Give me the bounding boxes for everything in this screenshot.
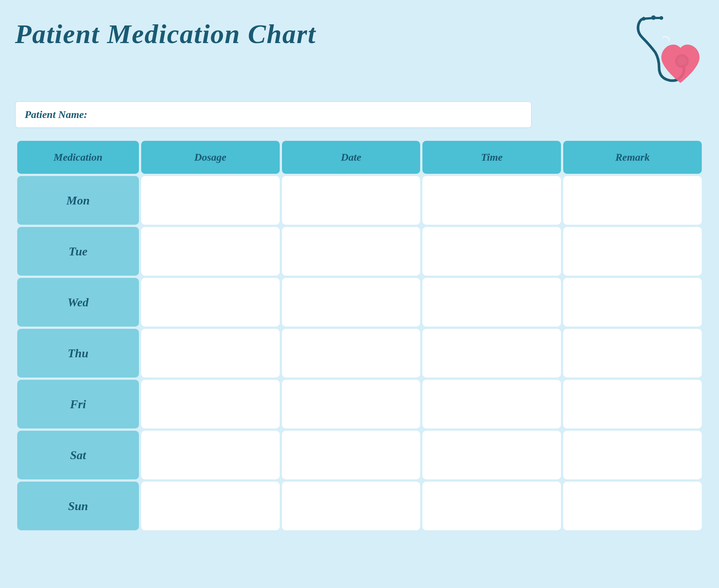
table-row: Sat (17, 431, 702, 479)
col-header-medication: Medication (17, 141, 139, 174)
col-header-date: Date (282, 141, 421, 174)
data-cell-wed-3[interactable] (563, 278, 702, 327)
table-row: Fri (17, 380, 702, 428)
data-cell-thu-3[interactable] (563, 329, 702, 378)
data-cell-tue-1[interactable] (282, 227, 421, 276)
data-cell-thu-0[interactable] (141, 329, 280, 378)
svg-point-4 (659, 16, 663, 20)
data-cell-tue-0[interactable] (141, 227, 280, 276)
patient-name-label: Patient Name: (25, 109, 87, 120)
day-cell-sun: Sun (17, 482, 139, 530)
data-cell-wed-2[interactable] (422, 278, 561, 327)
data-cell-sat-2[interactable] (422, 431, 561, 479)
data-cell-thu-2[interactable] (422, 329, 561, 378)
page-container: Patient Medication Chart (15, 15, 704, 533)
table-row: Sun (17, 482, 702, 530)
table-row: Thu (17, 329, 702, 378)
medication-table: Medication Dosage Date Time Remark MonTu… (15, 139, 704, 533)
data-cell-fri-0[interactable] (141, 380, 280, 428)
page-title: Patient Medication Chart (15, 15, 316, 50)
data-cell-fri-1[interactable] (282, 380, 421, 428)
col-header-time: Time (422, 141, 561, 174)
patient-name-field[interactable]: Patient Name: (15, 101, 532, 128)
data-cell-sat-1[interactable] (282, 431, 421, 479)
data-cell-sun-3[interactable] (563, 482, 702, 530)
data-cell-sat-0[interactable] (141, 431, 280, 479)
day-cell-sat: Sat (17, 431, 139, 479)
table-header-row: Medication Dosage Date Time Remark (17, 141, 702, 174)
data-cell-sun-0[interactable] (141, 482, 280, 530)
data-cell-tue-2[interactable] (422, 227, 561, 276)
day-cell-thu: Thu (17, 329, 139, 378)
data-cell-wed-1[interactable] (282, 278, 421, 327)
col-header-remark: Remark (563, 141, 702, 174)
data-cell-mon-0[interactable] (141, 176, 280, 225)
data-cell-sun-1[interactable] (282, 482, 421, 530)
data-cell-mon-2[interactable] (422, 176, 561, 225)
data-cell-fri-2[interactable] (422, 380, 561, 428)
data-cell-mon-3[interactable] (563, 176, 702, 225)
day-cell-wed: Wed (17, 278, 139, 327)
day-cell-mon: Mon (17, 176, 139, 225)
data-cell-tue-3[interactable] (563, 227, 702, 276)
data-cell-mon-1[interactable] (282, 176, 421, 225)
data-cell-fri-3[interactable] (563, 380, 702, 428)
table-row: Mon (17, 176, 702, 225)
data-cell-sun-2[interactable] (422, 482, 561, 530)
svg-point-2 (642, 17, 646, 21)
day-cell-fri: Fri (17, 380, 139, 428)
day-cell-tue: Tue (17, 227, 139, 276)
header: Patient Medication Chart (15, 15, 704, 90)
heart-stethoscope-icon (622, 15, 704, 90)
data-cell-thu-1[interactable] (282, 329, 421, 378)
col-header-dosage: Dosage (141, 141, 280, 174)
table-row: Tue (17, 227, 702, 276)
table-row: Wed (17, 278, 702, 327)
data-cell-wed-0[interactable] (141, 278, 280, 327)
data-cell-sat-3[interactable] (563, 431, 702, 479)
illustration (622, 15, 704, 90)
